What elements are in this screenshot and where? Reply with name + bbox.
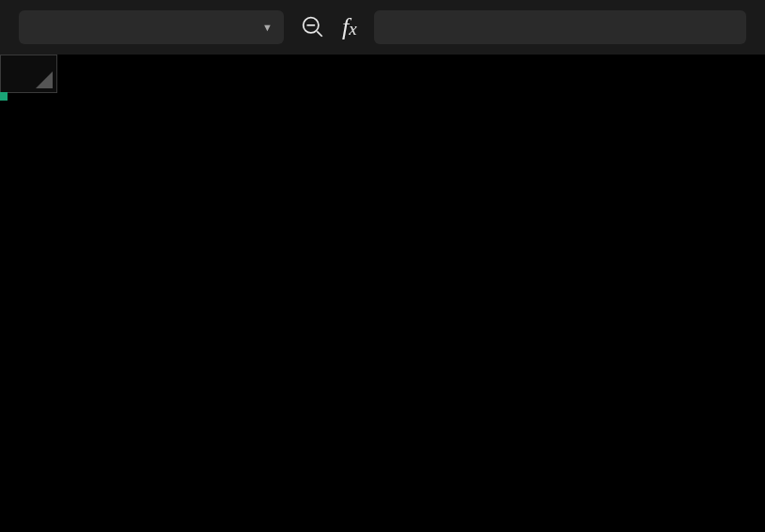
formula-toolbar: ▼ fx (0, 0, 765, 55)
fill-handle[interactable] (0, 92, 8, 101)
formula-bar[interactable] (374, 10, 746, 44)
selection-outline (0, 93, 6, 99)
fx-icon[interactable]: fx (342, 13, 357, 41)
zoom-out-icon[interactable] (301, 15, 325, 39)
chevron-down-icon[interactable]: ▼ (262, 22, 273, 33)
spreadsheet-grid (0, 55, 765, 93)
svg-line-1 (317, 31, 321, 36)
name-box[interactable]: ▼ (19, 10, 284, 44)
select-all-corner[interactable] (1, 55, 57, 93)
